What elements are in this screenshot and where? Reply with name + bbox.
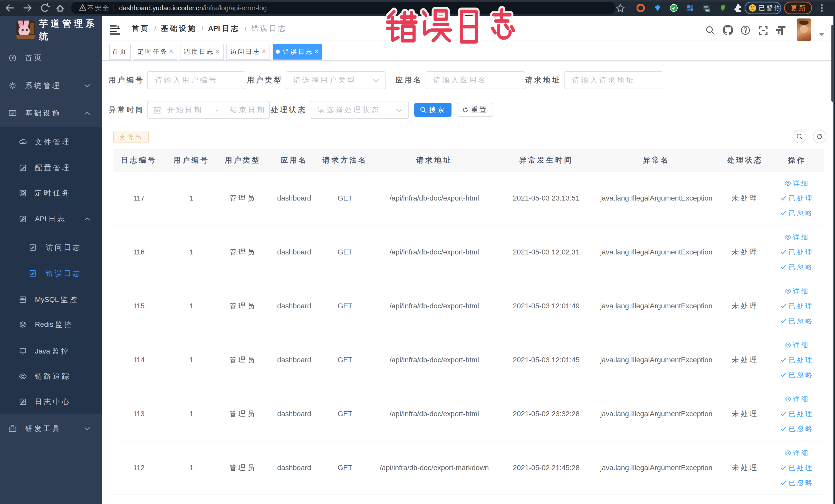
svg-text:on: on (707, 9, 709, 12)
